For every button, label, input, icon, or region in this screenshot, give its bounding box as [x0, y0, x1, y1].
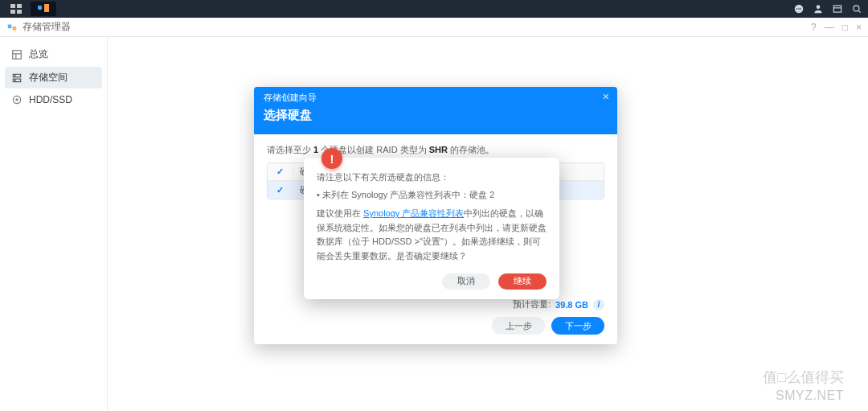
help-button[interactable]: ? [811, 23, 817, 32]
svg-point-3 [800, 8, 802, 10]
app-title: 存储管理器 [23, 20, 71, 34]
svg-line-8 [858, 10, 861, 13]
search-icon[interactable] [849, 2, 865, 15]
system-taskbar [0, 0, 868, 18]
user-icon[interactable] [810, 2, 826, 15]
watermark: SMYZ.NET [776, 388, 844, 403]
storage-icon [11, 72, 23, 84]
taskbar-app-storage[interactable] [31, 2, 56, 16]
panel-icon[interactable] [829, 2, 845, 15]
close-button[interactable]: × [856, 23, 862, 32]
wizard-step-title: 选择硬盘 [254, 108, 617, 134]
warning-message: 请注意以下有关所选硬盘的信息： • 未列在 Synology 产品兼容性列表中：… [317, 171, 547, 264]
sidebar-item-label: HDD/SSD [29, 94, 72, 105]
svg-point-18 [13, 96, 20, 103]
svg-point-17 [14, 80, 15, 80]
est-label: 预计容量: [513, 298, 551, 310]
hdd-icon [11, 94, 23, 105]
sidebar-item-label: 存储空间 [29, 71, 68, 84]
svg-point-1 [796, 8, 798, 10]
svg-point-16 [14, 75, 15, 76]
close-icon[interactable]: × [603, 90, 609, 103]
chat-icon[interactable] [791, 2, 807, 15]
watermark: 值□么值得买 [763, 368, 844, 387]
info-icon[interactable]: i [593, 299, 604, 310]
estimated-capacity: 预计容量: 39.8 GB i [267, 298, 604, 310]
taskbar-app-launcher[interactable] [3, 2, 29, 16]
wizard-instruction: 请选择至少 1 个硬盘以创建 RAID 类型为 SHR 的存储池。 [267, 144, 604, 156]
svg-point-7 [854, 6, 859, 11]
sidebar-item-label: 总览 [29, 47, 48, 61]
row-checkbox[interactable]: ✓ [268, 181, 293, 199]
prev-button[interactable]: 上一步 [492, 317, 545, 335]
app-icon [6, 22, 18, 33]
maximize-button[interactable]: □ [842, 23, 848, 32]
svg-rect-9 [8, 24, 12, 28]
wizard-header: 存储创建向导 × [254, 87, 617, 108]
warning-dialog: ! 请注意以下有关所选硬盘的信息： • 未列在 Synology 产品兼容性列表… [304, 158, 559, 299]
sidebar-item-overview[interactable]: 总览 [5, 43, 102, 65]
est-value: 39.8 GB [555, 300, 588, 310]
compatibility-link[interactable]: Synology 产品兼容性列表 [363, 208, 464, 218]
svg-rect-10 [13, 26, 17, 30]
next-button[interactable]: 下一步 [551, 317, 604, 335]
warning-icon: ! [321, 148, 342, 169]
svg-point-4 [817, 5, 821, 9]
cancel-button[interactable]: 取消 [442, 273, 490, 290]
continue-button[interactable]: 继续 [498, 273, 547, 290]
svg-rect-5 [833, 6, 841, 12]
svg-rect-11 [13, 50, 22, 59]
title-bar: 存储管理器 ? — □ × [0, 18, 868, 37]
sidebar-item-hddssd[interactable]: HDD/SSD [5, 90, 102, 109]
svg-point-2 [798, 8, 800, 10]
wizard-title: 存储创建向导 [264, 92, 317, 104]
select-all-checkbox[interactable]: ✓ [268, 163, 293, 180]
dashboard-icon [11, 49, 23, 60]
sidebar: 总览 存储空间 HDD/SSD [0, 37, 108, 411]
svg-point-19 [16, 99, 18, 101]
minimize-button[interactable]: — [825, 23, 834, 32]
sidebar-item-storage[interactable]: 存储空间 [5, 67, 102, 88]
